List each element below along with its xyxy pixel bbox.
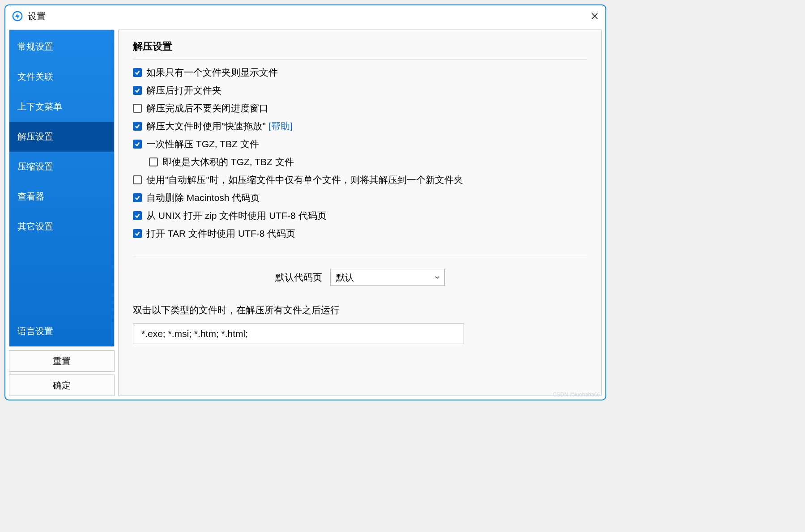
option-label: 解压后打开文件夹	[146, 84, 221, 97]
close-icon	[591, 13, 598, 20]
option-fast-drag: 解压大文件时使用"快速拖放" [帮助]	[133, 120, 587, 132]
option-label: 解压完成后不要关闭进度窗口	[146, 102, 268, 115]
codepage-value: 默认	[336, 272, 354, 284]
checkbox-tar-utf8[interactable]	[133, 229, 142, 238]
option-keep-progress: 解压完成后不要关闭进度窗口	[133, 102, 587, 115]
sidebar-list: 常规设置文件关联上下文菜单解压设置压缩设置查看器其它设置 语言设置	[9, 30, 115, 347]
app-icon	[12, 10, 23, 22]
option-label: 一次性解压 TGZ, TBZ 文件	[146, 138, 259, 150]
reset-button[interactable]: 重置	[9, 350, 115, 372]
codepage-row: 默认代码页 默认	[133, 269, 587, 286]
sidebar-item-compress[interactable]: 压缩设置	[9, 152, 114, 182]
watermark: CSDN @luohaha66	[553, 392, 600, 398]
checkbox-keep-progress[interactable]	[133, 104, 142, 113]
ext-run-label: 双击以下类型的文件时，在解压所有文件之后运行	[133, 304, 587, 316]
option-tgz-once: 一次性解压 TGZ, TBZ 文件	[133, 138, 587, 150]
chevron-down-icon	[434, 275, 440, 280]
ok-button[interactable]: 确定	[9, 375, 115, 396]
sidebar-item-language[interactable]: 语言设置	[9, 316, 114, 346]
settings-window: 设置 常规设置文件关联上下文菜单解压设置压缩设置查看器其它设置 语言设置 重置 …	[4, 4, 606, 400]
option-label: 如果只有一个文件夹则显示文件	[146, 66, 278, 79]
option-auto-newdir: 使用"自动解压"时，如压缩文件中仅有单个文件，则将其解压到一个新文件夹	[133, 174, 587, 186]
main-panel: 解压设置 如果只有一个文件夹则显示文件解压后打开文件夹解压完成后不要关闭进度窗口…	[118, 30, 602, 396]
option-label: 从 UNIX 打开 zip 文件时使用 UTF-8 代码页	[146, 209, 327, 222]
sidebar-item-general[interactable]: 常规设置	[9, 32, 114, 62]
titlebar: 设置	[5, 5, 605, 27]
option-open-after: 解压后打开文件夹	[133, 84, 587, 97]
sidebar: 常规设置文件关联上下文菜单解压设置压缩设置查看器其它设置 语言设置 重置 确定	[9, 30, 115, 396]
option-mac-codepage: 自动删除 Macintosh 代码页	[133, 192, 587, 204]
option-label: 自动删除 Macintosh 代码页	[146, 192, 260, 204]
window-title: 设置	[28, 10, 46, 22]
option-single-folder: 如果只有一个文件夹则显示文件	[133, 66, 587, 79]
codepage-label: 默认代码页	[275, 271, 322, 284]
divider	[133, 256, 587, 256]
checkbox-auto-newdir[interactable]	[133, 175, 142, 184]
sidebar-item-assoc[interactable]: 文件关联	[9, 62, 114, 92]
checkbox-tgz-large[interactable]	[149, 157, 158, 166]
sidebar-item-extract[interactable]: 解压设置	[9, 122, 114, 152]
sidebar-item-context[interactable]: 上下文菜单	[9, 92, 114, 122]
option-tgz-large: 即使是大体积的 TGZ, TBZ 文件	[133, 156, 587, 168]
option-label: 即使是大体积的 TGZ, TBZ 文件	[162, 156, 294, 168]
checkbox-single-folder[interactable]	[133, 68, 142, 77]
checkbox-open-after[interactable]	[133, 86, 142, 95]
help-link[interactable]: [帮助]	[268, 120, 293, 132]
checkbox-unix-utf8[interactable]	[133, 211, 142, 220]
codepage-select[interactable]: 默认	[330, 269, 445, 286]
option-unix-utf8: 从 UNIX 打开 zip 文件时使用 UTF-8 代码页	[133, 209, 587, 222]
close-button[interactable]	[587, 8, 603, 24]
checkbox-tgz-once[interactable]	[133, 140, 142, 149]
sidebar-item-other[interactable]: 其它设置	[9, 212, 114, 242]
body-area: 常规设置文件关联上下文菜单解压设置压缩设置查看器其它设置 语言设置 重置 确定 …	[5, 27, 605, 400]
sidebar-item-viewer[interactable]: 查看器	[9, 182, 114, 212]
checkbox-mac-codepage[interactable]	[133, 193, 142, 202]
option-label: 使用"自动解压"时，如压缩文件中仅有单个文件，则将其解压到一个新文件夹	[146, 174, 463, 186]
section-title: 解压设置	[133, 40, 587, 60]
option-tar-utf8: 打开 TAR 文件时使用 UTF-8 代码页	[133, 227, 587, 240]
checkbox-fast-drag[interactable]	[133, 122, 142, 131]
option-label: 解压大文件时使用"快速拖放"	[146, 120, 266, 132]
option-list: 如果只有一个文件夹则显示文件解压后打开文件夹解压完成后不要关闭进度窗口解压大文件…	[133, 66, 587, 240]
ext-run-input[interactable]	[133, 323, 464, 344]
option-label: 打开 TAR 文件时使用 UTF-8 代码页	[146, 227, 295, 240]
